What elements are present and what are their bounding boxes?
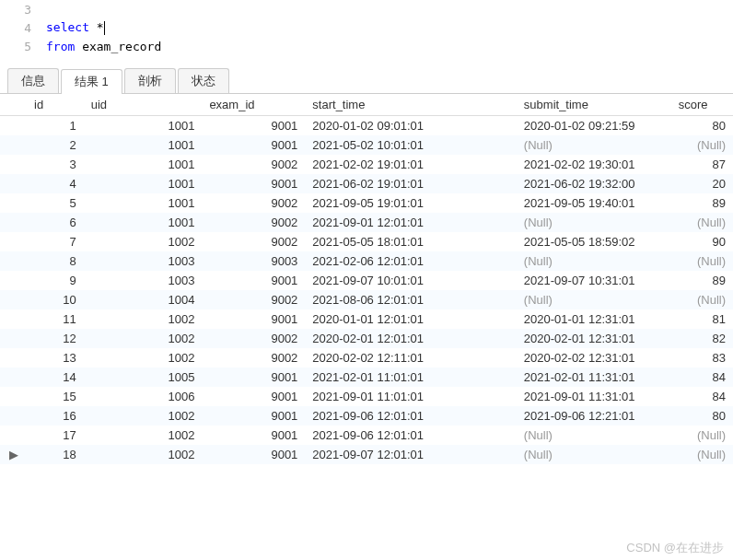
cell-submit_time[interactable]: 2021-09-07 10:31:01 — [517, 271, 671, 290]
cell-submit_time[interactable]: (Null) — [517, 213, 671, 232]
table-row[interactable]: 4100190012021-06-02 19:01:012021-06-02 1… — [0, 174, 733, 193]
cell-id[interactable]: 12 — [27, 329, 84, 348]
cell-uid[interactable]: 1002 — [84, 232, 203, 251]
cell-exam_id[interactable]: 9001 — [202, 116, 305, 136]
cell-id[interactable]: 7 — [27, 232, 84, 251]
cell-start_time[interactable]: 2021-09-07 12:01:01 — [305, 445, 517, 464]
cell-start_time[interactable]: 2020-01-01 12:01:01 — [305, 309, 517, 329]
cell-id[interactable]: 18 — [27, 445, 84, 464]
cell-submit_time[interactable]: (Null) — [517, 251, 671, 271]
table-row[interactable]: 9100390012021-09-07 10:01:012021-09-07 1… — [0, 271, 733, 290]
cell-submit_time[interactable]: 2021-06-02 19:32:00 — [517, 174, 671, 193]
code-line[interactable]: 3 — [0, 0, 733, 18]
cell-score[interactable]: 84 — [671, 387, 733, 406]
cell-start_time[interactable]: 2021-02-02 19:01:01 — [305, 155, 517, 174]
cell-id[interactable]: 10 — [27, 290, 84, 309]
result-table[interactable]: iduidexam_idstart_timesubmit_timescore 1… — [0, 94, 733, 464]
cell-exam_id[interactable]: 9003 — [202, 251, 305, 271]
cell-start_time[interactable]: 2021-09-06 12:01:01 — [305, 406, 517, 426]
cell-exam_id[interactable]: 9002 — [202, 232, 305, 251]
cell-start_time[interactable]: 2021-06-02 19:01:01 — [305, 174, 517, 193]
cell-start_time[interactable]: 2021-02-01 11:01:01 — [305, 368, 517, 387]
cell-exam_id[interactable]: 9001 — [202, 426, 305, 445]
cell-score[interactable]: 83 — [671, 348, 733, 368]
cell-exam_id[interactable]: 9002 — [202, 213, 305, 232]
cell-exam_id[interactable]: 9001 — [202, 174, 305, 193]
cell-id[interactable]: 11 — [27, 309, 84, 329]
column-header-id[interactable]: id — [27, 94, 84, 116]
table-row[interactable]: 16100290012021-09-06 12:01:012021-09-06 … — [0, 406, 733, 426]
cell-start_time[interactable]: 2020-01-02 09:01:01 — [305, 116, 517, 136]
cell-uid[interactable]: 1002 — [84, 406, 203, 426]
cell-start_time[interactable]: 2021-09-07 10:01:01 — [305, 271, 517, 290]
cell-start_time[interactable]: 2021-09-06 12:01:01 — [305, 426, 517, 445]
cell-score[interactable]: (Null) — [671, 251, 733, 271]
cell-exam_id[interactable]: 9002 — [202, 193, 305, 213]
cell-exam_id[interactable]: 9002 — [202, 329, 305, 348]
cell-score[interactable]: 87 — [671, 155, 733, 174]
cell-submit_time[interactable]: 2021-09-01 11:31:01 — [517, 387, 671, 406]
cell-score[interactable]: 90 — [671, 232, 733, 251]
column-header-uid[interactable]: uid — [84, 94, 203, 116]
cell-submit_time[interactable]: 2020-02-02 12:31:01 — [517, 348, 671, 368]
cell-id[interactable]: 14 — [27, 368, 84, 387]
cell-score[interactable]: 84 — [671, 368, 733, 387]
cell-id[interactable]: 3 — [27, 155, 84, 174]
cell-score[interactable]: 80 — [671, 406, 733, 426]
column-header-exam_id[interactable]: exam_id — [202, 94, 305, 116]
cell-score[interactable]: (Null) — [671, 445, 733, 464]
cell-submit_time[interactable]: (Null) — [517, 445, 671, 464]
cell-id[interactable]: 2 — [27, 135, 84, 155]
table-row[interactable]: ▶18100290012021-09-07 12:01:01(Null)(Nul… — [0, 445, 733, 464]
cell-submit_time[interactable]: 2021-09-06 12:21:01 — [517, 406, 671, 426]
column-header-submit_time[interactable]: submit_time — [517, 94, 671, 116]
cell-start_time[interactable]: 2021-09-01 11:01:01 — [305, 387, 517, 406]
table-row[interactable]: 13100290022020-02-02 12:11:012020-02-02 … — [0, 348, 733, 368]
cell-uid[interactable]: 1001 — [84, 155, 203, 174]
cell-uid[interactable]: 1002 — [84, 348, 203, 368]
tab-1[interactable]: 结果 1 — [61, 69, 122, 94]
table-row[interactable]: 6100190022021-09-01 12:01:01(Null)(Null) — [0, 213, 733, 232]
table-row[interactable]: 15100690012021-09-01 11:01:012021-09-01 … — [0, 387, 733, 406]
result-grid[interactable]: iduidexam_idstart_timesubmit_timescore 1… — [0, 94, 733, 464]
cell-score[interactable]: (Null) — [671, 426, 733, 445]
cell-uid[interactable]: 1003 — [84, 271, 203, 290]
cell-exam_id[interactable]: 9001 — [202, 387, 305, 406]
table-row[interactable]: 10100490022021-08-06 12:01:01(Null)(Null… — [0, 290, 733, 309]
cell-submit_time[interactable]: (Null) — [517, 135, 671, 155]
cell-score[interactable]: 89 — [671, 271, 733, 290]
cell-start_time[interactable]: 2020-02-01 12:01:01 — [305, 329, 517, 348]
cell-start_time[interactable]: 2021-08-06 12:01:01 — [305, 290, 517, 309]
cell-submit_time[interactable]: 2020-01-02 09:21:59 — [517, 116, 671, 136]
cell-score[interactable]: (Null) — [671, 213, 733, 232]
cell-uid[interactable]: 1005 — [84, 368, 203, 387]
cell-id[interactable]: 5 — [27, 193, 84, 213]
cell-uid[interactable]: 1001 — [84, 174, 203, 193]
table-row[interactable]: 14100590012021-02-01 11:01:012021-02-01 … — [0, 368, 733, 387]
cell-uid[interactable]: 1001 — [84, 193, 203, 213]
tab-0[interactable]: 信息 — [7, 68, 59, 93]
cell-id[interactable]: 4 — [27, 174, 84, 193]
cell-id[interactable]: 13 — [27, 348, 84, 368]
code-line[interactable]: 4select * — [0, 18, 733, 37]
cell-uid[interactable]: 1002 — [84, 329, 203, 348]
cell-exam_id[interactable]: 9002 — [202, 348, 305, 368]
cell-exam_id[interactable]: 9001 — [202, 445, 305, 464]
cell-score[interactable]: 80 — [671, 116, 733, 136]
cell-id[interactable]: 9 — [27, 271, 84, 290]
cell-exam_id[interactable]: 9001 — [202, 406, 305, 426]
cell-score[interactable]: 89 — [671, 193, 733, 213]
code-line[interactable]: 5from exam_record — [0, 37, 733, 55]
cell-score[interactable]: (Null) — [671, 290, 733, 309]
cell-exam_id[interactable]: 9001 — [202, 135, 305, 155]
cell-start_time[interactable]: 2021-09-05 19:01:01 — [305, 193, 517, 213]
cell-uid[interactable]: 1002 — [84, 445, 203, 464]
cell-uid[interactable]: 1006 — [84, 387, 203, 406]
table-row[interactable]: 1100190012020-01-02 09:01:012020-01-02 0… — [0, 116, 733, 136]
cell-score[interactable]: 82 — [671, 329, 733, 348]
table-row[interactable]: 11100290012020-01-01 12:01:012020-01-01 … — [0, 309, 733, 329]
cell-exam_id[interactable]: 9001 — [202, 271, 305, 290]
cell-score[interactable]: 81 — [671, 309, 733, 329]
table-row[interactable]: 3100190022021-02-02 19:01:012021-02-02 1… — [0, 155, 733, 174]
sql-editor[interactable]: 34select *5from exam_record — [0, 0, 733, 63]
